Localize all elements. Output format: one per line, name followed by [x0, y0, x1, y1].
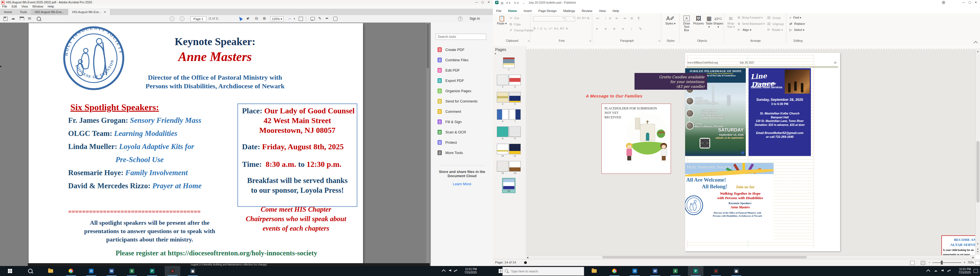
onedrive-cloud-icon[interactable]: ☁ — [934, 269, 937, 272]
canvas-horizontal-scrollbar[interactable]: ◀ ▶ — [526, 255, 975, 259]
tool-create-pdf[interactable]: Create PDF — [438, 47, 465, 54]
save-icon[interactable] — [3, 17, 8, 21]
find-button[interactable]: ⌕Find ▾ — [789, 16, 801, 19]
acrobat-menu-window[interactable]: Window — [30, 5, 45, 9]
font-name-select[interactable] — [533, 16, 565, 21]
tray-chevron-icon[interactable] — [926, 269, 930, 273]
holy-innocents-block[interactable]: Holy Innocents Society All Are Welcome! … — [685, 163, 773, 240]
page-thumbnail-8[interactable]: 8 — [497, 126, 509, 140]
tray-chevron-icon[interactable] — [442, 269, 445, 273]
cut-button[interactable]: ✂Cut — [510, 16, 519, 20]
acrobat-menu-edit[interactable]: Edit — [10, 5, 19, 9]
page-header-url[interactable]: www.StMarysColtsNeck.org — [687, 61, 718, 64]
fit-dropdown-icon[interactable]: ▾ — [294, 17, 295, 20]
page-thumbnail-4[interactable]: 4 — [497, 92, 509, 105]
sign-in-button[interactable]: Sign In — [469, 17, 480, 21]
zoom-out-button[interactable]: − — [929, 261, 931, 264]
tool-scan-ocr[interactable]: Scan & OCR — [438, 129, 466, 136]
publisher-menu-mailings[interactable]: Mailings — [560, 8, 578, 13]
taskbar-word[interactable] — [104, 266, 119, 276]
tab-document-2[interactable]: HIS.August 8th.Eve...✕ — [68, 9, 110, 15]
next-page-icon[interactable]: ↓ — [180, 16, 185, 21]
page-thumbnail-10[interactable]: 10 — [497, 144, 509, 157]
tab-document-1[interactable]: HIS.August 8th.Eve... — [31, 9, 68, 15]
group-button[interactable]: 回Group — [767, 16, 781, 20]
wrap-text-button[interactable]: ≋Wrap Text ▾ — [725, 15, 736, 29]
send-backward-button[interactable]: ⧉Send Backward ▾ — [738, 22, 765, 26]
collapse-ribbon-icon[interactable] — [974, 41, 978, 45]
email-icon[interactable]: ✉ — [28, 16, 31, 21]
tool-comment[interactable]: Comment — [438, 109, 461, 116]
taskbar-explorer[interactable] — [43, 266, 59, 276]
select-button[interactable]: ▷Select ▾ — [789, 28, 805, 32]
page-thumbnail-14[interactable]: 14 — [503, 178, 515, 193]
page-thumbnail-6[interactable]: 6 — [497, 109, 509, 123]
page-display-icon[interactable] — [299, 17, 303, 21]
acrobat-menu-view[interactable]: View — [19, 5, 30, 9]
zoom-slider-thumb[interactable] — [941, 261, 943, 265]
network-icon[interactable] — [947, 269, 951, 272]
pdf-vertical-scrollbar[interactable] — [426, 22, 430, 266]
zoom-level-select[interactable]: 125% ▾ — [270, 16, 284, 21]
account-avatar[interactable] — [942, 1, 945, 4]
tool-organize-pages[interactable]: Organize Pages — [438, 88, 471, 95]
grotto-candles-banner[interactable]: Grotto Candles available for your intent… — [635, 73, 707, 90]
bring-forward-button[interactable]: ⧉Bring Forward ▾ — [738, 16, 763, 19]
zoom-slider[interactable] — [932, 262, 961, 263]
previous-page-nav-icon[interactable]: ▲▲ — [977, 247, 979, 253]
search-icon[interactable] — [37, 17, 41, 21]
minimize-button[interactable]: — — [961, 0, 967, 5]
notification-center-icon[interactable] — [974, 269, 978, 273]
line-dance-flyer[interactable]: Line Dance Fundraiser for Catholic Relie… — [749, 68, 811, 156]
publisher-menu-insert[interactable]: Insert — [520, 8, 535, 13]
taskbar-calculator[interactable] — [185, 266, 200, 276]
taskbar-search-box[interactable] — [503, 267, 584, 276]
undo-icon[interactable]: ↺ ▾ — [506, 0, 510, 6]
scroll-down-icon[interactable]: ▼ — [977, 242, 979, 245]
horizontal-scroll-thumb[interactable] — [602, 256, 807, 258]
volume-icon[interactable] — [941, 269, 943, 271]
page-thumbnail-12[interactable]: 12 — [497, 161, 509, 174]
publisher-menu-home[interactable]: Home — [505, 8, 520, 14]
page-indicator[interactable]: Page: 14 of 14 — [495, 261, 516, 264]
close-button[interactable]: ✕ — [486, 0, 492, 5]
tool-fill-sign[interactable]: Fill & Sign — [438, 119, 462, 126]
taskbar-search-input[interactable] — [511, 267, 581, 276]
table-button[interactable]: ▦Table ▾ — [705, 15, 713, 29]
taskbar-acrobat[interactable] — [165, 266, 180, 276]
taskbar-publisher[interactable] — [144, 266, 160, 276]
pictures-button[interactable]: 🖼Pictures — [693, 15, 704, 25]
close-button[interactable]: ✕ — [973, 0, 979, 5]
taskbar-searchc[interactable] — [22, 266, 38, 276]
page-thumbnail-9[interactable]: 9 — [509, 126, 521, 140]
qat-customize-icon[interactable]: ⌄ — [522, 0, 525, 6]
two-page-view-button[interactable] — [921, 261, 925, 265]
stamp-icon[interactable] — [333, 17, 337, 21]
publisher-menu-review[interactable]: Review — [578, 8, 595, 13]
rotate-button[interactable]: ⟳Rotate ▾ — [767, 28, 783, 32]
hand-tool-icon[interactable]: ☛ — [246, 16, 251, 21]
taskbar-excel[interactable] — [668, 266, 683, 276]
page-number-input[interactable]: Page 1 — [190, 16, 207, 21]
vertical-scroll-thumb[interactable] — [976, 141, 980, 203]
tool-edit-pdf[interactable]: Edit PDF — [438, 68, 460, 74]
page-thumbnail-3[interactable]: 3 — [509, 75, 521, 88]
tool-more-tools[interactable]: More Tools — [438, 150, 463, 157]
taskbar-start[interactable] — [2, 266, 18, 276]
save-quick-icon[interactable]: ▤ — [501, 0, 503, 6]
tool-send-for-comments[interactable]: Send for Comments — [438, 99, 477, 105]
clock[interactable]: 11:01 PM 7/15/2025 — [458, 268, 477, 274]
tool-export-pdf[interactable]: Export PDF — [438, 78, 464, 85]
tool-protect[interactable]: Protect — [438, 140, 457, 147]
taskbar-word[interactable] — [647, 266, 663, 276]
replace-button[interactable]: ⇄Replace — [789, 22, 805, 26]
page-thumbnail-5[interactable]: 5 — [509, 92, 521, 105]
fill-sign-icon[interactable]: ✒ — [325, 16, 329, 21]
minimize-button[interactable]: — — [473, 0, 480, 5]
single-page-view-button[interactable] — [910, 261, 915, 265]
taskbar-explorer[interactable] — [586, 266, 602, 276]
font-dialog-launcher[interactable]: ⇲ — [589, 40, 591, 42]
taskbar-outlook[interactable] — [83, 266, 99, 276]
align-button[interactable]: ⊢Align ▾ — [738, 28, 751, 32]
scroll-right-icon[interactable]: ▶ — [972, 256, 974, 259]
